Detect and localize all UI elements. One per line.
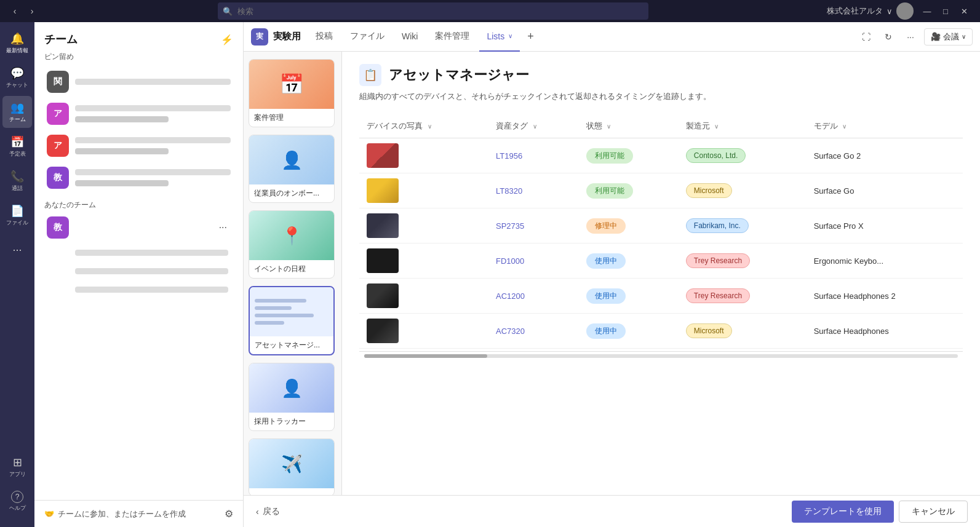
device-tag-link-3[interactable]: FD1000	[496, 256, 524, 266]
device-tag-link-2[interactable]: SP2735	[496, 221, 524, 231]
list-card-onboard[interactable]: 従業員のオンボー...	[249, 135, 335, 203]
device-thumb-1	[367, 178, 399, 203]
sidebar-item-apps[interactable]: ⊞ アプリ	[2, 451, 32, 483]
col-status[interactable]: 状態 ∨	[579, 114, 679, 138]
apps-icon: ⊞	[13, 456, 22, 469]
title-bar-right: 株式会社アルタ ∨ — □ ✕	[827, 2, 973, 20]
close-button[interactable]: ✕	[955, 2, 973, 20]
sidebar-bottom: ⊞ アプリ ? ヘルプ	[2, 451, 32, 522]
user-avatar[interactable]	[896, 2, 914, 20]
scroll-indicator[interactable]	[359, 351, 963, 360]
list-card-event[interactable]: イベントの日程	[249, 210, 335, 279]
refresh-button[interactable]: ↻	[880, 28, 897, 46]
your-team-sub-3[interactable]	[47, 282, 231, 298]
col-model[interactable]: モデル ∨	[807, 114, 963, 138]
sidebar-item-calendar[interactable]: 📅 予定表	[2, 130, 32, 162]
col-tag[interactable]: 資産タグ ∨	[488, 114, 579, 138]
asset-table-body: LT1956利用可能Contoso, Ltd.Surface Go 2LT832…	[359, 138, 963, 349]
filter-button[interactable]: ⚡	[221, 34, 233, 46]
scroll-track	[364, 354, 958, 358]
main-content: 📋 アセットマネージャー 組織内のすべてのデバイスと、それらがチェックインされて…	[342, 52, 980, 495]
device-tag-link-1[interactable]: LT8320	[496, 186, 522, 196]
back-label: 戻る	[263, 506, 280, 517]
device-photo-4	[359, 279, 488, 314]
sidebar-item-help[interactable]: ? ヘルプ	[2, 485, 32, 517]
device-tag-0[interactable]: LT1956	[488, 138, 579, 173]
expand-button[interactable]: ⛶	[858, 28, 875, 46]
col-photo[interactable]: デバイスの写真 ∨	[359, 114, 488, 138]
more-options-button[interactable]: ···	[902, 28, 919, 46]
team-avatar-4: 教	[47, 167, 69, 189]
list-card-travel[interactable]	[249, 438, 335, 495]
device-model-1: Surface Go	[807, 173, 963, 208]
use-template-button[interactable]: テンプレートを使用	[792, 501, 894, 523]
list-thumb-onboard	[249, 135, 334, 184]
device-tag-link-4[interactable]: AC1200	[496, 291, 525, 301]
maximize-button[interactable]: □	[937, 2, 954, 20]
team-item-3[interactable]: ア	[44, 131, 233, 160]
sidebar-item-activity[interactable]: 🔔 最新情報	[2, 27, 32, 59]
meet-icon: 🎥	[931, 32, 941, 41]
team-item-1[interactable]: 関	[44, 67, 233, 97]
tab-bar: 実 実験用 投稿 ファイル Wiki 案件管理 Lists ∨ +	[244, 22, 980, 52]
device-tag-1[interactable]: LT8320	[488, 173, 579, 208]
nav-back-button[interactable]: ‹	[7, 4, 22, 18]
sidebar-label-calendar: 予定表	[9, 150, 26, 158]
tab-cases-label: 案件管理	[435, 31, 469, 42]
team-name-1	[75, 79, 231, 85]
tab-cases[interactable]: 案件管理	[428, 22, 477, 52]
maker-badge-0: Contoso, Ltd.	[686, 148, 746, 163]
col-maker[interactable]: 製造元 ∨	[679, 114, 807, 138]
list-card-recruit[interactable]: 採用トラッカー	[249, 363, 335, 431]
device-tag-link-5[interactable]: AC7320	[496, 327, 525, 336]
settings-button[interactable]: ⚙	[225, 508, 233, 520]
device-tag-2[interactable]: SP2735	[488, 208, 579, 244]
status-badge-0: 利用可能	[586, 148, 633, 164]
sidebar-item-teams[interactable]: 👥 チーム	[2, 96, 32, 128]
search-input[interactable]	[218, 2, 648, 20]
device-tag-5[interactable]: AC7320	[488, 314, 579, 349]
device-maker-1: Microsoft	[679, 173, 807, 208]
tab-lists[interactable]: Lists ∨	[479, 22, 520, 52]
back-button[interactable]: ‹ 戻る	[256, 506, 280, 517]
list-label-event: イベントの日程	[249, 260, 334, 278]
tab-files[interactable]: ファイル	[343, 22, 392, 52]
title-bar: ‹ › 🔍 株式会社アルタ ∨ — □ ✕	[0, 0, 980, 22]
content-area: 実 実験用 投稿 ファイル Wiki 案件管理 Lists ∨ +	[244, 22, 980, 527]
sidebar-item-files[interactable]: 📄 ファイル	[2, 199, 32, 231]
list-thumb-travel	[249, 439, 334, 488]
tab-lists-label: Lists	[487, 31, 504, 41]
title-bar-left: ‹ ›	[7, 4, 39, 18]
tab-wiki[interactable]: Wiki	[394, 22, 425, 52]
meet-button[interactable]: 🎥 会議 ∨	[924, 28, 973, 46]
your-team-sub-2[interactable]	[47, 263, 231, 279]
lists-sidebar: 案件管理 従業員のオンボー... イベントの日程	[244, 52, 342, 495]
sidebar-item-chat[interactable]: 💬 チャット	[2, 61, 32, 93]
device-model-5: Surface Headphones	[807, 314, 963, 349]
device-status-0: 利用可能	[579, 138, 679, 173]
list-card-asset[interactable]: アセットマネージ...	[249, 286, 335, 355]
nav-forward-button[interactable]: ›	[25, 4, 39, 18]
col-maker-arrow: ∨	[714, 123, 719, 130]
your-team-item-1[interactable]: 教 ···	[44, 213, 233, 242]
list-title-row: 📋 アセットマネージャー	[359, 64, 963, 86]
device-tag-link-0[interactable]: LT1956	[496, 151, 522, 160]
maker-badge-1: Microsoft	[686, 183, 732, 198]
minimize-button[interactable]: —	[918, 2, 936, 20]
device-tag-4[interactable]: AC1200	[488, 279, 579, 314]
tab-posts[interactable]: 投稿	[308, 22, 340, 52]
team-item-4[interactable]: 教	[44, 163, 233, 192]
team-item-2[interactable]: ア	[44, 99, 233, 129]
list-card-case[interactable]: 案件管理	[249, 59, 335, 127]
your-team-sub-1[interactable]	[47, 245, 231, 261]
sidebar-item-more[interactable]: ···	[2, 234, 32, 266]
team-more-button[interactable]: ···	[215, 220, 231, 236]
device-tag-3[interactable]: FD1000	[488, 244, 579, 279]
join-team-button[interactable]: 🤝 チームに参加、またはチームを作成	[44, 509, 186, 520]
tab-add-button[interactable]: +	[522, 30, 539, 43]
sidebar-item-calls[interactable]: 📞 通話	[2, 165, 32, 197]
device-model-4: Surface Headphones 2	[807, 279, 963, 314]
search-icon: 🔍	[223, 7, 233, 16]
team-avatar-1: 関	[47, 71, 69, 93]
cancel-button[interactable]: キャンセル	[899, 501, 968, 523]
